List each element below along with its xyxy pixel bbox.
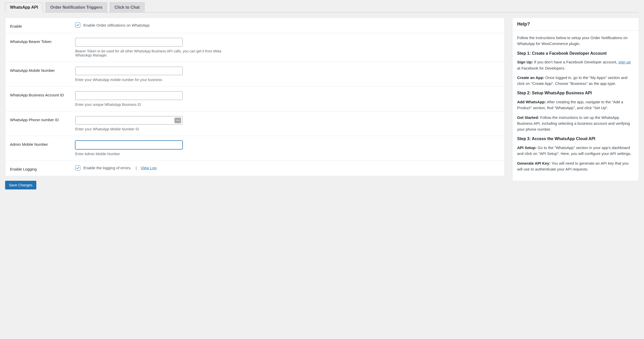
view-log-link[interactable]: View Log (141, 166, 156, 170)
row-enable: Enable Enable Order otifications on What… (5, 18, 504, 33)
row-phone-number-id: WhatsApp Phone number ID Enter your What… (5, 111, 504, 136)
help-title: Help? (513, 18, 639, 31)
bearer-token-input[interactable] (75, 38, 183, 47)
help-signup-before: If you don't have a Facebook Developer a… (533, 60, 618, 64)
label-phone-number-id: WhatsApp Phone number ID (10, 116, 75, 131)
phone-number-id-desc: Enter your WhatsApp Mobile Number ID (75, 127, 229, 131)
help-createapp: Create an App: Once logged in, go to the… (517, 75, 634, 87)
help-addwa: Add WhatsApp: After creating the app, na… (517, 99, 634, 111)
row-bearer-token: WhatsApp Bearer Token Bearer Token to be… (5, 33, 504, 62)
help-createapp-strong: Create an App: (517, 75, 544, 80)
help-signup-after: at Facebook for Developers. (517, 66, 565, 70)
settings-tabs: WhatsApp API Order Notification Triggers… (5, 2, 639, 13)
logging-sep: | (136, 166, 137, 170)
enable-checkbox[interactable] (75, 22, 80, 28)
save-button[interactable]: Save Changes (5, 181, 36, 189)
help-apisetup: API Setup: Go to the "WhatsApp" section … (517, 145, 634, 157)
logging-checkbox[interactable] (75, 165, 80, 171)
help-step1-heading: Step 1: Create a Facebook Developer Acco… (517, 50, 634, 57)
help-getstarted-strong: Get Started: (517, 115, 539, 120)
label-enable: Enable (10, 22, 75, 28)
help-signup: Sign Up: If you don't have a Facebook De… (517, 59, 634, 71)
help-addwa-strong: Add WhatsApp: (517, 100, 546, 104)
enable-checkbox-label: Enable Order otifications on WhatsApp (83, 23, 149, 27)
tab-click-to-chat[interactable]: Click to Chat (110, 2, 145, 12)
label-admin-mobile: Admin Mobile Number (10, 141, 75, 156)
row-admin-mobile: Admin Mobile Number Enter Admin Mobile N… (5, 136, 504, 161)
business-id-input[interactable] (75, 91, 183, 100)
help-step3-heading: Step 3: Access the WhatsApp Cloud API (517, 136, 634, 142)
check-icon (76, 23, 80, 27)
tab-whatsapp-api[interactable]: WhatsApp API (5, 2, 43, 13)
help-step2-heading: Step 2: Setup WhatsApp Business API (517, 90, 634, 96)
help-signup-link[interactable]: sign up (618, 60, 631, 64)
help-intro: Follow the instructions below to setup y… (517, 35, 634, 47)
row-mobile-number: WhatsApp Mobile Number Enter your WhatsA… (5, 62, 504, 87)
mobile-number-desc: Enter your WhatsApp mobile number for yo… (75, 78, 229, 82)
logging-checkbox-label: Enable the logging of errors. (83, 166, 131, 170)
label-mobile-number: WhatsApp Mobile Number (10, 67, 75, 82)
help-getstarted: Get Started: Follow the instructions to … (517, 115, 634, 132)
ellipsis-icon[interactable] (174, 118, 181, 123)
help-panel: Help? Follow the instructions below to s… (512, 18, 639, 181)
settings-form: Enable Enable Order otifications on What… (5, 18, 505, 176)
label-logging: Enable Logging (10, 165, 75, 171)
help-genkey-strong: Generate API Key: (517, 161, 550, 165)
row-business-id: WhatsApp Business Account ID Enter your … (5, 87, 504, 111)
help-apisetup-strong: API Setup: (517, 145, 537, 150)
row-logging: Enable Logging Enable the logging of err… (5, 161, 504, 176)
label-business-id: WhatsApp Business Account ID (10, 91, 75, 107)
check-icon (76, 166, 80, 170)
help-signup-strong: Sign Up: (517, 60, 533, 64)
admin-mobile-desc: Enter Admin Mobile Number (75, 152, 229, 156)
phone-number-id-input[interactable] (75, 116, 183, 125)
bearer-token-desc: Bearer Token to be used for all other Wh… (75, 49, 229, 57)
help-genkey: Generate API Key: You will need to gener… (517, 160, 634, 172)
label-bearer-token: WhatsApp Bearer Token (10, 38, 75, 57)
tab-order-notification-triggers[interactable]: Order Notification Triggers (46, 2, 107, 12)
admin-mobile-input[interactable] (75, 141, 183, 149)
business-id-desc: Enter your unique WhatsApp Business ID (75, 103, 229, 107)
mobile-number-input[interactable] (75, 67, 183, 75)
